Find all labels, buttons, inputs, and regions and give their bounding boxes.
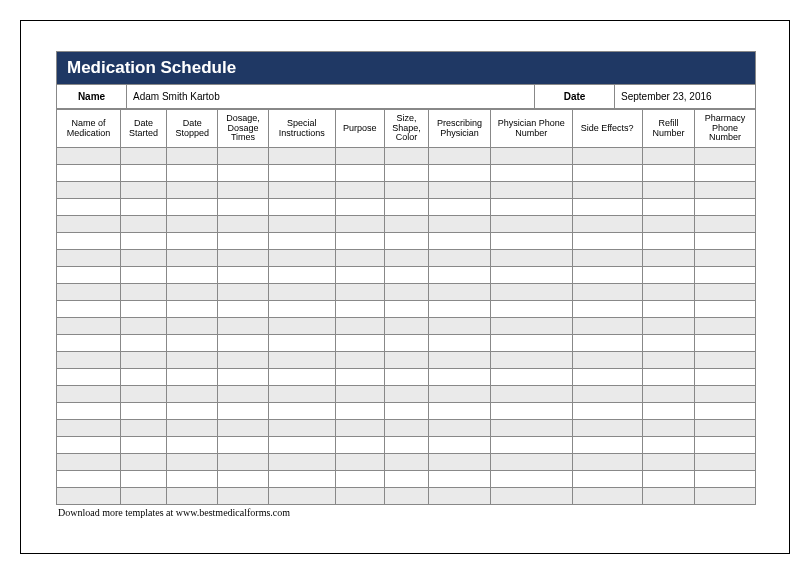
table-cell	[695, 471, 756, 488]
table-cell	[384, 318, 428, 335]
table-cell	[695, 369, 756, 386]
table-cell	[218, 318, 268, 335]
table-cell	[695, 335, 756, 352]
table-cell	[642, 488, 694, 505]
table-cell	[384, 403, 428, 420]
table-cell	[428, 267, 490, 284]
table-cell	[428, 386, 490, 403]
table-cell	[167, 352, 218, 369]
table-cell	[218, 488, 268, 505]
table-cell	[218, 250, 268, 267]
table-cell	[642, 420, 694, 437]
table-cell	[218, 216, 268, 233]
table-cell	[167, 301, 218, 318]
table-cell	[642, 454, 694, 471]
table-cell	[120, 471, 166, 488]
table-cell	[695, 386, 756, 403]
table-cell	[335, 216, 384, 233]
table-cell	[335, 420, 384, 437]
col-header: Date Stopped	[167, 110, 218, 148]
table-cell	[335, 318, 384, 335]
table-cell	[57, 301, 121, 318]
table-cell	[428, 199, 490, 216]
table-cell	[57, 318, 121, 335]
footer-note: Download more templates at www.bestmedic…	[56, 505, 756, 518]
table-cell	[384, 165, 428, 182]
table-cell	[268, 454, 335, 471]
table-cell	[490, 454, 572, 471]
table-cell	[218, 182, 268, 199]
table-cell	[335, 369, 384, 386]
table-cell	[572, 148, 642, 165]
table-cell	[384, 386, 428, 403]
table-cell	[268, 216, 335, 233]
table-cell	[167, 233, 218, 250]
table-cell	[695, 403, 756, 420]
table-cell	[218, 267, 268, 284]
table-cell	[490, 165, 572, 182]
table-row	[57, 488, 756, 505]
table-cell	[428, 403, 490, 420]
table-cell	[57, 403, 121, 420]
table-cell	[335, 386, 384, 403]
table-cell	[268, 301, 335, 318]
table-cell	[268, 250, 335, 267]
table-row	[57, 182, 756, 199]
table-cell	[384, 471, 428, 488]
table-cell	[428, 216, 490, 233]
table-cell	[268, 471, 335, 488]
table-cell	[57, 216, 121, 233]
table-cell	[428, 250, 490, 267]
table-cell	[335, 148, 384, 165]
info-row: Name Adam Smith Kartob Date September 23…	[56, 85, 756, 109]
table-cell	[167, 335, 218, 352]
table-cell	[490, 199, 572, 216]
table-cell	[428, 233, 490, 250]
table-cell	[695, 165, 756, 182]
table-cell	[490, 267, 572, 284]
table-cell	[218, 420, 268, 437]
table-cell	[218, 437, 268, 454]
table-cell	[167, 420, 218, 437]
table-cell	[384, 488, 428, 505]
table-cell	[695, 454, 756, 471]
table-cell	[384, 301, 428, 318]
table-cell	[268, 488, 335, 505]
table-cell	[490, 216, 572, 233]
table-cell	[120, 182, 166, 199]
table-cell	[695, 250, 756, 267]
table-cell	[428, 369, 490, 386]
table-cell	[218, 199, 268, 216]
table-cell	[335, 437, 384, 454]
table-cell	[384, 250, 428, 267]
table-cell	[428, 182, 490, 199]
table-row	[57, 420, 756, 437]
table-cell	[167, 488, 218, 505]
table-cell	[167, 267, 218, 284]
table-cell	[218, 403, 268, 420]
table-cell	[695, 182, 756, 199]
table-cell	[120, 352, 166, 369]
table-cell	[642, 250, 694, 267]
table-cell	[268, 284, 335, 301]
table-cell	[428, 165, 490, 182]
table-cell	[428, 335, 490, 352]
table-cell	[642, 301, 694, 318]
table-cell	[167, 199, 218, 216]
table-cell	[490, 301, 572, 318]
table-cell	[120, 233, 166, 250]
table-cell	[572, 199, 642, 216]
table-cell	[268, 369, 335, 386]
col-header: Physician Phone Number	[490, 110, 572, 148]
table-cell	[268, 148, 335, 165]
col-header: Dosage, Dosage Times	[218, 110, 268, 148]
table-cell	[335, 233, 384, 250]
table-cell	[57, 437, 121, 454]
table-cell	[120, 420, 166, 437]
table-cell	[57, 267, 121, 284]
col-header: Size, Shape, Color	[384, 110, 428, 148]
table-cell	[57, 335, 121, 352]
table-cell	[428, 148, 490, 165]
table-cell	[572, 301, 642, 318]
table-cell	[490, 335, 572, 352]
